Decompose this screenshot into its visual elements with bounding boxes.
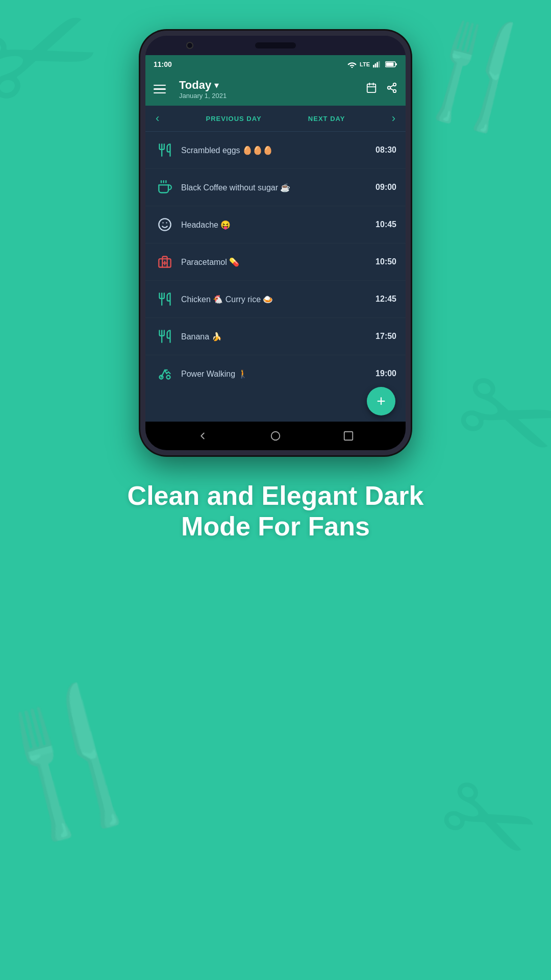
exercise-icon — [155, 363, 175, 384]
food3-icon — [155, 326, 175, 347]
header-title-area: Today ▾ January 1, 2021 — [179, 79, 366, 100]
svg-rect-7 — [395, 63, 397, 65]
list-item[interactable]: Chicken 🐔 Curry rice 🍛 12:45 — [145, 281, 406, 318]
recents-button[interactable] — [343, 430, 354, 442]
menu-button[interactable] — [154, 85, 172, 94]
next-day-button[interactable]: NEXT DAY — [308, 115, 345, 122]
front-camera — [186, 42, 193, 49]
entry-label: Paracetamol 💊 — [181, 257, 375, 267]
svg-rect-3 — [377, 62, 378, 68]
list-item[interactable]: Banana 🍌 17:50 — [145, 318, 406, 355]
header-title: Today — [179, 79, 211, 92]
fork-knife3-icon — [158, 329, 172, 344]
signal-icon — [373, 61, 382, 68]
home-button[interactable] — [270, 430, 281, 442]
entry-time: 19:00 — [375, 369, 396, 378]
hamburger-line-3 — [154, 92, 166, 94]
header-date: January 1, 2021 — [179, 92, 227, 100]
food-icon — [155, 140, 175, 160]
fab-container: + — [145, 392, 406, 422]
entry-label: Headache 😝 — [181, 220, 375, 230]
svg-point-0 — [352, 67, 353, 68]
power-button — [140, 102, 141, 125]
drink-icon — [155, 177, 175, 198]
list-item[interactable]: Paracetamol 💊 10:50 — [145, 243, 406, 281]
back-button[interactable] — [197, 430, 208, 442]
entry-label: Black Coffee without sugar ☕ — [181, 183, 375, 192]
svg-line-16 — [390, 85, 393, 87]
phone-frame: 11:00 LTE — [140, 31, 411, 455]
entry-time: 08:30 — [375, 145, 396, 155]
entry-time: 12:45 — [375, 295, 396, 304]
medkit-icon — [158, 255, 172, 269]
prev-day-button[interactable]: PREVIOUS DAY — [206, 115, 262, 122]
wifi-icon — [347, 61, 357, 68]
health-icon — [155, 214, 175, 235]
svg-rect-4 — [379, 61, 380, 68]
share-icon[interactable] — [386, 82, 397, 96]
prev-day-arrow-icon[interactable]: ‹ — [156, 112, 159, 125]
svg-point-28 — [271, 432, 280, 440]
medicine-icon — [155, 252, 175, 272]
svg-point-26 — [167, 376, 170, 379]
add-entry-button[interactable]: + — [367, 387, 395, 415]
header-title-row: Today ▾ — [179, 79, 219, 92]
entry-label: Banana 🍌 — [181, 332, 375, 341]
fork-knife2-icon — [158, 292, 172, 306]
tagline-text: Clean and Elegant DarkMode For Fans — [128, 481, 424, 541]
svg-rect-29 — [344, 432, 353, 440]
list-item[interactable]: Black Coffee without sugar ☕ 09:00 — [145, 169, 406, 206]
entry-label: Scrambled eggs 🥚🥚🥚 — [181, 145, 375, 155]
entry-label: Power Walking 🚶 — [181, 369, 375, 379]
status-bar: 11:00 LTE — [145, 55, 406, 74]
svg-point-20 — [159, 218, 170, 230]
bicycle-icon — [158, 366, 172, 381]
speaker — [255, 42, 296, 48]
svg-rect-1 — [373, 65, 374, 67]
entry-time: 10:45 — [375, 220, 396, 229]
lte-label: LTE — [360, 61, 370, 67]
volume-button — [410, 87, 411, 117]
phone-top-bar — [145, 36, 406, 55]
day-navigation: ‹ PREVIOUS DAY NEXT DAY › — [145, 106, 406, 132]
status-time: 11:00 — [154, 60, 172, 68]
entry-time: 10:50 — [375, 257, 396, 266]
coffee-cup-icon — [158, 180, 172, 194]
tagline: Clean and Elegant DarkMode For Fans — [97, 481, 455, 542]
svg-rect-6 — [386, 63, 394, 66]
phone-shell: 11:00 LTE — [140, 31, 411, 455]
list-item[interactable]: Scrambled eggs 🥚🥚🥚 08:30 — [145, 132, 406, 169]
android-navbar — [145, 422, 406, 450]
svg-rect-2 — [375, 63, 377, 67]
svg-line-15 — [390, 88, 393, 90]
calendar-icon[interactable] — [366, 82, 377, 96]
entry-label: Chicken 🐔 Curry rice 🍛 — [181, 295, 375, 304]
status-icons: LTE — [347, 61, 397, 68]
entries-list: Scrambled eggs 🥚🥚🥚 08:30 Black Coffee wi… — [145, 132, 406, 392]
entry-time: 17:50 — [375, 332, 396, 341]
header-actions — [366, 82, 397, 96]
food2-icon — [155, 289, 175, 309]
svg-rect-8 — [367, 84, 376, 93]
dropdown-arrow-icon[interactable]: ▾ — [214, 80, 219, 91]
list-item[interactable]: Power Walking 🚶 19:00 — [145, 355, 406, 392]
battery-icon — [385, 61, 397, 68]
fork-knife-icon — [158, 143, 172, 157]
smiley-icon — [158, 217, 172, 232]
hamburger-line-2 — [154, 88, 166, 90]
next-day-arrow-icon[interactable]: › — [392, 112, 395, 125]
list-item[interactable]: Headache 😝 10:45 — [145, 206, 406, 243]
hamburger-line-1 — [154, 85, 166, 86]
entry-time: 09:00 — [375, 183, 396, 192]
app-header: Today ▾ January 1, 2021 — [145, 74, 406, 106]
